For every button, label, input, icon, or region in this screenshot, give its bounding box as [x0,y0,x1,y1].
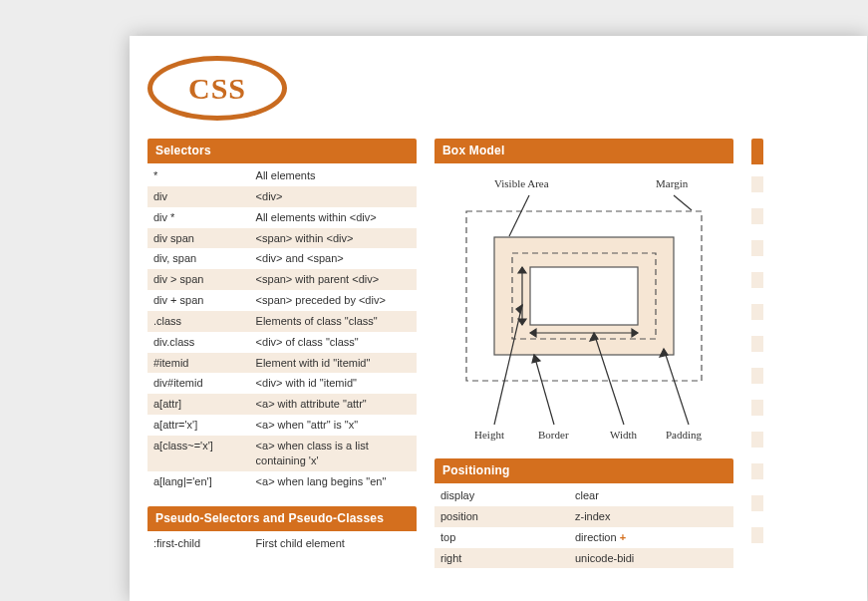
label-border: Border [538,429,569,441]
table-row [751,400,763,416]
table-row: div.class<div> of class "class" [147,332,417,353]
table-row: div<div> [147,186,417,207]
cell-key: a[attr] [147,394,250,415]
cell-value: All elements [250,165,417,186]
table-row: #itemidElement with id "itemid" [147,353,417,374]
cell-value: <span> within <div> [250,228,417,249]
cell-value: <div> [250,186,417,207]
svg-line-18 [664,349,689,425]
cell-key: position [434,506,569,527]
column-left: Selectors *All elementsdiv<div>div *All … [147,139,417,567]
cell-value: <span> preceded by <div> [250,290,417,311]
cell-key: :first-child [147,533,250,554]
section-header [751,139,763,164]
cell-value: <div> and <span> [250,248,417,269]
cell-key: div * [147,207,250,228]
section-header: Box Model [434,139,733,163]
table-row: div *All elements within <div> [147,207,417,228]
table-row: div, span<div> and <span> [147,248,417,269]
table-row: *All elements [147,165,417,186]
cell-key: * [147,165,250,186]
cell-value: <a> when "attr" is "x" [250,415,417,436]
table-row: a[lang|='en']<a> when lang begins "en" [147,471,417,492]
cell-key: .class [147,311,250,332]
table-row [751,336,763,352]
columns: Selectors *All elementsdiv<div>div *All … [147,139,849,582]
logo-text: CSS [147,56,287,121]
column-right-clipped [751,139,763,557]
page: CSS Selectors *All elementsdiv<div>div *… [130,36,867,601]
table-row: div span<span> within <div> [147,228,417,249]
pseudo-table: :first-childFirst child element [147,533,417,554]
table-row: div#itemid<div> with id "itemid" [147,373,417,394]
cell-key: a[class~='x'] [147,436,250,471]
box-model-diagram: Visible Area Margin Height Border Width … [434,165,733,445]
cell-value: <a> when class is a list containing 'x' [250,436,417,471]
cell-value: First child element [250,533,417,554]
section-header: Positioning [434,458,733,483]
cell-key: right [434,548,569,569]
table-row: topdirection + [434,527,733,548]
cell-key: div, span [147,248,250,269]
section-boxmodel: Box Model [434,139,733,445]
table-row [751,463,763,479]
selectors-table: *All elementsdiv<div>div *All elements w… [147,165,417,492]
svg-line-5 [674,195,692,210]
cell-value: <a> when lang begins "en" [250,471,417,492]
cell-key: a[attr='x'] [147,415,250,436]
section-selectors: Selectors *All elementsdiv<div>div *All … [147,139,417,492]
cell-key: div [147,186,250,207]
label-width: Width [610,429,638,441]
table-row [751,432,763,448]
table-row: a[class~='x']<a> when class is a list co… [147,436,417,471]
cell-key: top [434,527,569,548]
viewport: CSS Selectors *All elementsdiv<div>div *… [0,0,868,601]
svg-marker-15 [532,355,540,363]
cell-value: Element with id "itemid" [250,353,417,374]
logo: CSS [147,56,849,121]
table-row [751,272,763,288]
cell-key: div > span [147,269,250,290]
section-header: Pseudo-Selectors and Pseudo-Classes [147,506,417,531]
table-row [751,527,763,543]
table-row: div > span<span> with parent <div> [147,269,417,290]
label-visible: Visible Area [494,177,549,189]
plus-icon: + [617,531,626,543]
cell-value: clear [569,485,733,506]
svg-rect-3 [530,267,638,325]
table-row: positionz-index [434,506,733,527]
cell-value: All elements within <div> [250,207,417,228]
cell-key: div + span [147,290,250,311]
label-height: Height [474,429,504,441]
table-row: a[attr='x']<a> when "attr" is "x" [147,415,417,436]
section-header: Selectors [147,139,417,163]
cell-value: <a> with attribute "attr" [250,394,417,415]
table-row: a[attr]<a> with attribute "attr" [147,394,417,415]
table-row [751,495,763,511]
table-row: div + span<span> preceded by <div> [147,290,417,311]
cell-value: <span> with parent <div> [250,269,417,290]
table-row: rightunicode-bidi [434,548,733,569]
cell-value: <div> of class "class" [250,332,417,353]
cell-value: <div> with id "itemid" [250,373,417,394]
table-row: :first-childFirst child element [147,533,417,554]
cell-key: div#itemid [147,373,250,394]
cell-value: z-index [569,506,733,527]
cell-value: Elements of class "class" [250,311,417,332]
table-row [751,176,763,192]
column-middle: Box Model [434,139,733,582]
table-row [751,208,763,224]
cell-key: #itemid [147,353,250,374]
cell-value: unicode-bidi [569,548,733,569]
table-row: .classElements of class "class" [147,311,417,332]
label-padding: Padding [666,429,703,441]
section-pseudo: Pseudo-Selectors and Pseudo-Classes :fir… [147,506,417,554]
positioning-table: displayclearpositionz-indextopdirection … [434,485,733,568]
table-row [751,304,763,320]
svg-line-14 [534,355,554,425]
cell-value: direction + [569,527,733,548]
svg-line-4 [509,195,529,236]
cell-key: div span [147,228,250,249]
cell-key: div.class [147,332,250,353]
cell-key: a[lang|='en'] [147,471,250,492]
